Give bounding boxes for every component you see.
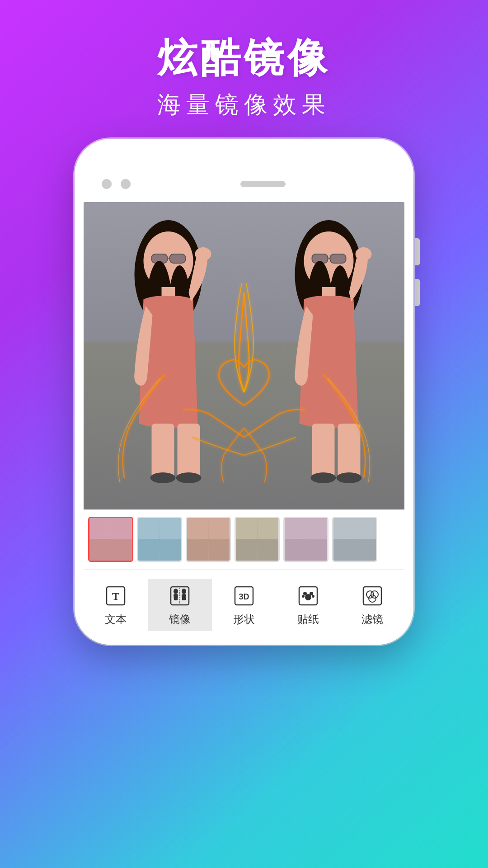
thumb-cell <box>160 518 181 539</box>
toolbar-item-shape[interactable]: 3D 形状 <box>212 579 276 631</box>
phone-camera-dot-right <box>121 179 131 189</box>
text-icon: T <box>103 583 128 609</box>
thumb-cell <box>111 539 132 561</box>
svg-rect-3 <box>170 254 186 263</box>
header-title: 炫酷镜像 <box>0 36 488 80</box>
bottom-toolbar: T 文本 <box>84 569 404 645</box>
toolbar-item-filter[interactable]: 滤镜 <box>340 579 404 631</box>
svg-point-43 <box>369 595 376 602</box>
thumb-cell <box>355 539 376 561</box>
phone-speaker <box>240 181 286 187</box>
thumb-cell <box>306 539 328 561</box>
shape-label: 形状 <box>233 612 255 627</box>
thumb-cell <box>258 539 279 561</box>
thumb-cell <box>355 518 376 539</box>
thumbnail-4[interactable] <box>235 517 280 562</box>
person-svg-right <box>244 202 404 509</box>
toolbar-item-text[interactable]: T 文本 <box>84 579 148 631</box>
thumbnail-strip <box>84 509 404 569</box>
thumb-cell <box>306 518 328 539</box>
header-subtitle: 海量镜像效果 <box>0 89 488 121</box>
mirror-left-half <box>84 202 244 509</box>
svg-rect-10 <box>178 424 200 478</box>
thumb-cell <box>285 539 306 561</box>
svg-point-11 <box>150 472 176 483</box>
thumb-cell <box>187 539 208 561</box>
phone-camera-dot-left <box>102 179 112 189</box>
sticker-label: 贴纸 <box>297 612 319 627</box>
sticker-icon <box>296 583 321 609</box>
thumb-cell <box>160 539 181 561</box>
phone-top-bar <box>75 166 413 202</box>
svg-text:T: T <box>112 590 119 602</box>
thumbnail-1[interactable] <box>88 517 133 562</box>
thumb-cell <box>209 518 230 539</box>
mirror-image-area <box>84 202 404 509</box>
thumb-cell <box>258 518 279 539</box>
svg-point-30 <box>182 589 186 594</box>
svg-point-8 <box>195 247 211 261</box>
shape-3d-icon: 3D <box>231 583 257 609</box>
thumb-cell <box>89 539 111 561</box>
thumb-cell <box>138 539 160 561</box>
svg-point-29 <box>174 589 178 594</box>
mirror-icon <box>167 583 192 609</box>
mirror-label: 镜像 <box>169 612 191 627</box>
thumb-cell <box>209 539 230 561</box>
text-label: 文本 <box>105 612 127 627</box>
svg-point-12 <box>176 472 202 483</box>
thumb-cell <box>333 518 355 539</box>
thumb-cell <box>236 518 257 539</box>
filter-label: 滤镜 <box>361 612 383 627</box>
header-area: 炫酷镜像 海量镜像效果 <box>0 0 488 139</box>
thumb-cell <box>111 518 132 539</box>
mirror-right-half <box>244 202 404 509</box>
svg-point-37 <box>310 592 313 595</box>
svg-text:3D: 3D <box>239 592 249 601</box>
thumbnail-2[interactable] <box>137 517 182 562</box>
thumb-cell <box>187 518 208 539</box>
side-button-volume-up[interactable] <box>415 238 420 265</box>
svg-rect-16 <box>330 254 346 263</box>
thumbnail-6[interactable] <box>332 517 377 562</box>
toolbar-item-mirror[interactable]: 镜像 <box>148 579 212 631</box>
svg-point-21 <box>356 247 372 261</box>
thumb-cell <box>285 518 306 539</box>
svg-point-42 <box>371 591 378 598</box>
person-svg-left <box>84 202 244 509</box>
toolbar-item-sticker[interactable]: 贴纸 <box>276 579 340 631</box>
svg-rect-22 <box>312 424 335 478</box>
svg-rect-23 <box>338 424 361 478</box>
thumb-cell <box>333 539 355 561</box>
svg-point-39 <box>312 595 314 598</box>
thumbnail-5[interactable] <box>283 517 328 562</box>
filter-icon <box>360 583 385 609</box>
side-button-volume-down[interactable] <box>415 279 420 306</box>
thumb-cell <box>138 518 160 539</box>
phone-screen: T 文本 <box>84 202 404 645</box>
phone-wrapper: T 文本 <box>75 139 413 645</box>
thumbnail-3[interactable] <box>186 517 231 562</box>
phone-mockup: T 文本 <box>75 139 413 645</box>
thumb-cell <box>89 518 111 539</box>
svg-point-38 <box>302 595 305 598</box>
svg-rect-9 <box>152 424 174 478</box>
svg-point-36 <box>303 592 307 595</box>
thumb-cell <box>236 539 257 561</box>
